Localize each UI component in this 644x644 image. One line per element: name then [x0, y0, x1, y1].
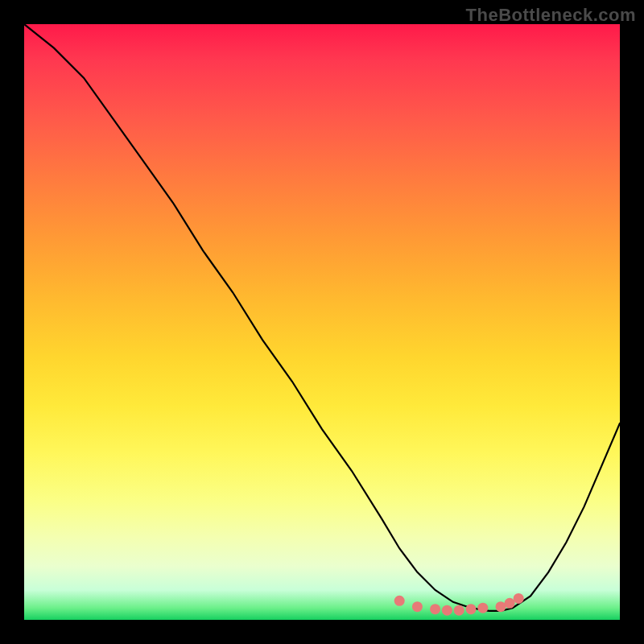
chart-container: TheBottleneck.com: [0, 0, 644, 644]
data-marker: [514, 593, 524, 604]
bottleneck-curve: [24, 24, 620, 611]
plot-area: [24, 24, 620, 620]
data-marker: [394, 596, 405, 606]
data-marker: [477, 603, 488, 613]
data-marker: [430, 604, 440, 614]
data-marker: [505, 598, 515, 609]
watermark-text: TheBottleneck.com: [466, 5, 636, 26]
data-marker: [442, 605, 452, 616]
data-marker: [454, 605, 464, 616]
curve-svg: [24, 24, 620, 620]
data-marker: [412, 601, 423, 612]
data-marker: [496, 601, 506, 612]
data-marker: [466, 604, 477, 614]
